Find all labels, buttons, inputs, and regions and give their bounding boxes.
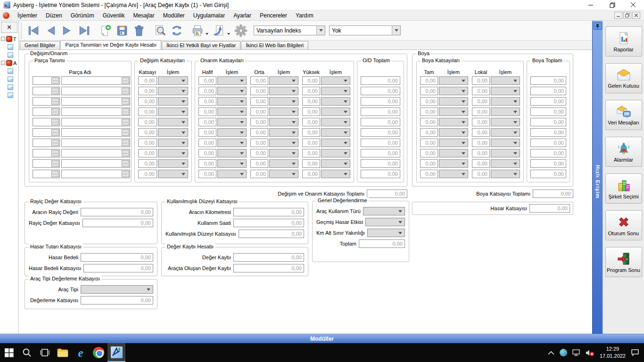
save-button[interactable]: [114, 23, 130, 39]
export-button[interactable]: [211, 23, 227, 39]
value-field[interactable]: 0,00: [250, 118, 268, 126]
status-bar[interactable]: Modüller: [0, 334, 644, 343]
menu-gorunum[interactable]: Görünüm: [66, 11, 99, 20]
lookup-field[interactable]: [61, 118, 130, 126]
islem-dropdown[interactable]: [439, 118, 468, 126]
export-dropdown-caret[interactable]: [227, 33, 230, 35]
internet-explorer-button[interactable]: e: [72, 343, 90, 362]
value-field[interactable]: 0,00: [302, 76, 320, 85]
dock-close-button[interactable]: [1, 22, 17, 33]
lookup-field[interactable]: [61, 170, 130, 178]
value-field[interactable]: 0,00: [530, 139, 566, 147]
islem-dropdown[interactable]: [439, 170, 468, 178]
value-field[interactable]: 0,00: [530, 107, 566, 116]
menu-pencereler[interactable]: Pencereler: [256, 11, 291, 20]
menu-moduller[interactable]: Modüller: [159, 11, 189, 20]
islem-dropdown[interactable]: [439, 76, 468, 85]
islem-dropdown[interactable]: [321, 149, 350, 157]
tree-child-item[interactable]: [1, 67, 18, 75]
value-field[interactable]: 0,00: [250, 107, 268, 116]
value-field[interactable]: 0,00: [138, 107, 157, 116]
lookup-button[interactable]: [51, 119, 59, 125]
close-button[interactable]: [623, 0, 644, 10]
tree-node[interactable]: - A: [1, 59, 18, 67]
value-field[interactable]: 0,00: [138, 87, 157, 95]
islem-dropdown[interactable]: [491, 118, 520, 126]
islem-dropdown[interactable]: [439, 139, 468, 147]
value-field[interactable]: 0,00: [138, 128, 157, 137]
lookup-field[interactable]: [33, 170, 60, 178]
value-field[interactable]: 0,00: [361, 170, 400, 178]
value-field[interactable]: 0,00: [420, 139, 438, 147]
islem-dropdown[interactable]: [217, 139, 247, 147]
value-field[interactable]: 0,00: [472, 139, 490, 147]
islem-dropdown[interactable]: [491, 97, 520, 106]
lookup-field[interactable]: [33, 87, 60, 95]
islem-dropdown[interactable]: [158, 97, 188, 106]
pin-button[interactable]: [594, 22, 602, 30]
value-field[interactable]: 0,00: [198, 139, 216, 147]
lookup-button[interactable]: [51, 171, 59, 177]
value-field[interactable]: 0,00: [420, 87, 438, 95]
kullanim-duzeyi-katsayisi-field[interactable]: 0,00: [239, 230, 304, 238]
tree-child-item[interactable]: [1, 51, 18, 59]
islem-dropdown[interactable]: [491, 149, 520, 157]
menu-ayarlar[interactable]: Ayarlar: [229, 11, 256, 20]
lookup-button[interactable]: [51, 88, 59, 94]
value-field[interactable]: 0,00: [420, 170, 438, 178]
value-field[interactable]: 0,00: [198, 128, 216, 137]
arac-kullanim-turu-dropdown[interactable]: [363, 207, 405, 215]
first-record-button[interactable]: [25, 23, 41, 39]
lookup-button[interactable]: [51, 150, 59, 156]
lookup-button[interactable]: [51, 108, 59, 115]
action-center-icon[interactable]: [631, 349, 639, 356]
mdi-minimize-button[interactable]: [614, 12, 622, 19]
lookup-button[interactable]: [51, 129, 59, 136]
lookup-button[interactable]: [122, 119, 129, 125]
task-view-button[interactable]: [36, 343, 54, 362]
islem-dropdown[interactable]: [158, 159, 188, 168]
print-dropdown-caret[interactable]: [206, 33, 208, 35]
value-field[interactable]: 0,00: [420, 107, 438, 116]
last-record-button[interactable]: [76, 23, 92, 39]
index-combobox[interactable]: Varsayılan İndeks: [254, 25, 325, 35]
islem-dropdown[interactable]: [269, 159, 298, 168]
lookup-field[interactable]: [61, 107, 130, 116]
islem-dropdown[interactable]: [158, 170, 188, 178]
value-field[interactable]: 0,00: [361, 149, 400, 157]
raporlar-button[interactable]: Raporlar: [605, 26, 642, 57]
lookup-field[interactable]: [61, 87, 130, 95]
menu-duzen[interactable]: Düzen: [41, 11, 66, 20]
value-field[interactable]: 0,00: [302, 118, 320, 126]
tray-app-icon[interactable]: [560, 349, 567, 356]
value-field[interactable]: 0,00: [420, 149, 438, 157]
tab-ikinci-el-web[interactable]: İkinci El Web İlan Bilgileri: [241, 41, 308, 49]
value-field[interactable]: 0,00: [250, 159, 268, 168]
lookup-button[interactable]: [122, 171, 129, 177]
hasar-katsayisi-field[interactable]: 0,00: [529, 204, 570, 213]
tray-expand-icon[interactable]: [548, 351, 554, 355]
genel-toplam-field[interactable]: 0,00: [359, 239, 405, 248]
search-button[interactable]: [152, 23, 168, 39]
tree-collapse-icon[interactable]: -: [1, 37, 5, 41]
lookup-field[interactable]: [33, 97, 60, 106]
value-field[interactable]: 0,00: [302, 128, 320, 137]
next-record-button[interactable]: [59, 23, 75, 39]
islem-dropdown[interactable]: [269, 118, 298, 126]
hasar-bedeli-katsayisi-field[interactable]: 0,00: [83, 264, 153, 272]
print-button[interactable]: [190, 23, 206, 39]
value-field[interactable]: 0,00: [302, 97, 320, 106]
islem-dropdown[interactable]: [321, 97, 350, 106]
value-field[interactable]: 0,00: [198, 118, 216, 126]
islem-dropdown[interactable]: [491, 87, 520, 95]
value-field[interactable]: 0,00: [530, 87, 566, 95]
value-field[interactable]: 0,00: [138, 76, 157, 85]
mdi-restore-button[interactable]: [623, 12, 631, 19]
islem-dropdown[interactable]: [321, 107, 350, 116]
islem-dropdown[interactable]: [217, 118, 247, 126]
islem-dropdown[interactable]: [321, 139, 350, 147]
lookup-button[interactable]: [122, 88, 129, 94]
value-field[interactable]: 0,00: [138, 118, 157, 126]
mdi-close-button[interactable]: [632, 12, 640, 19]
value-field[interactable]: 0,00: [250, 76, 268, 85]
